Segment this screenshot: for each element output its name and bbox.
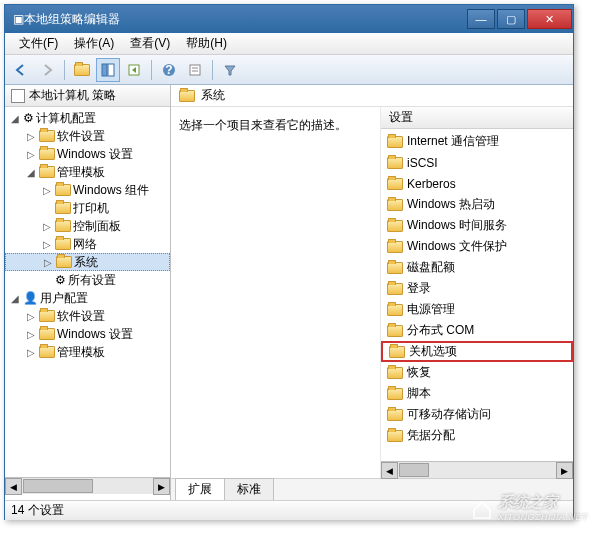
list-pane: 设置 Internet 通信管理 iSCSI Kerberos Windows … <box>381 107 573 478</box>
list-header-setting[interactable]: 设置 <box>381 107 573 129</box>
tree[interactable]: ◢⚙计算机配置 ▷软件设置 ▷Windows 设置 ◢管理模板 ▷Windows… <box>5 107 170 477</box>
maximize-button[interactable]: ▢ <box>497 9 525 29</box>
tab-extended[interactable]: 扩展 <box>175 478 225 500</box>
folder-icon <box>39 310 55 322</box>
menu-file[interactable]: 文件(F) <box>11 33 66 54</box>
toolbar-separator <box>151 60 152 80</box>
expand-icon[interactable]: ▷ <box>41 185 53 196</box>
mmc-icon: ▣ <box>13 12 24 26</box>
scroll-thumb[interactable] <box>23 479 93 493</box>
description-pane: 选择一个项目来查看它的描述。 <box>171 107 381 478</box>
expand-icon[interactable]: ▷ <box>42 257 54 268</box>
user-icon: 👤 <box>23 291 38 305</box>
collapse-icon[interactable]: ◢ <box>25 167 37 178</box>
forward-button[interactable] <box>35 58 59 82</box>
tree-node-u-software[interactable]: ▷软件设置 <box>5 307 170 325</box>
folder-icon <box>39 166 55 178</box>
folder-icon <box>387 304 403 316</box>
list-item[interactable]: 凭据分配 <box>381 425 573 446</box>
toolbar-separator <box>212 60 213 80</box>
gear-icon: ⚙ <box>23 111 34 125</box>
titlebar: ▣ 本地组策略编辑器 — ▢ ✕ <box>5 5 573 33</box>
close-button[interactable]: ✕ <box>527 9 572 29</box>
expand-icon[interactable]: ▷ <box>25 311 37 322</box>
tree-node-network[interactable]: ▷网络 <box>5 235 170 253</box>
folder-icon <box>387 241 403 253</box>
window-title: 本地组策略编辑器 <box>24 11 466 28</box>
list-item[interactable]: Internet 通信管理 <box>381 131 573 152</box>
tree-node-control-panel[interactable]: ▷控制面板 <box>5 217 170 235</box>
list-item[interactable]: 登录 <box>381 278 573 299</box>
list-item[interactable]: 恢复 <box>381 362 573 383</box>
folder-icon <box>389 346 405 358</box>
list-item[interactable]: 电源管理 <box>381 299 573 320</box>
tree-header: 本地计算机 策略 <box>5 85 170 107</box>
expand-icon[interactable]: ▷ <box>25 329 37 340</box>
tree-node-user-config[interactable]: ◢👤用户配置 <box>5 289 170 307</box>
list-item[interactable]: Kerberos <box>381 173 573 194</box>
collapse-icon[interactable]: ◢ <box>9 113 21 124</box>
list-item[interactable]: 脚本 <box>381 383 573 404</box>
menu-view[interactable]: 查看(V) <box>122 33 178 54</box>
tree-node-windows-components[interactable]: ▷Windows 组件 <box>5 181 170 199</box>
scroll-thumb[interactable] <box>399 463 429 477</box>
expand-icon[interactable]: ▷ <box>41 221 53 232</box>
tree-node-computer-config[interactable]: ◢⚙计算机配置 <box>5 109 170 127</box>
export-button[interactable] <box>122 58 146 82</box>
collapse-icon[interactable]: ◢ <box>9 293 21 304</box>
list-item[interactable]: 分布式 COM <box>381 320 573 341</box>
scroll-right-icon[interactable]: ▶ <box>153 478 170 495</box>
folder-icon <box>55 202 71 214</box>
list-item[interactable]: 磁盘配额 <box>381 257 573 278</box>
folder-icon <box>39 346 55 358</box>
list-item[interactable]: Windows 热启动 <box>381 194 573 215</box>
tree-hscroll[interactable]: ◀ ▶ <box>5 477 170 494</box>
svg-text:?: ? <box>165 63 172 77</box>
tree-node-u-windows[interactable]: ▷Windows 设置 <box>5 325 170 343</box>
tab-standard[interactable]: 标准 <box>224 478 274 500</box>
folder-icon <box>55 184 71 196</box>
minimize-button[interactable]: — <box>467 9 495 29</box>
folder-icon <box>179 90 195 102</box>
expand-icon[interactable]: ▷ <box>25 149 37 160</box>
tree-node-windows-settings[interactable]: ▷Windows 设置 <box>5 145 170 163</box>
folder-icon <box>39 130 55 142</box>
statusbar: 14 个设置 <box>5 500 573 520</box>
tree-node-admin-templates[interactable]: ◢管理模板 <box>5 163 170 181</box>
menu-help[interactable]: 帮助(H) <box>178 33 235 54</box>
menu-action[interactable]: 操作(A) <box>66 33 122 54</box>
expand-icon[interactable]: ▷ <box>25 131 37 142</box>
content: 选择一个项目来查看它的描述。 设置 Internet 通信管理 iSCSI Ke… <box>171 107 573 478</box>
show-tree-button[interactable] <box>96 58 120 82</box>
folder-icon <box>387 178 403 190</box>
status-count: 14 个设置 <box>11 502 64 519</box>
scroll-left-icon[interactable]: ◀ <box>5 478 22 495</box>
back-button[interactable] <box>9 58 33 82</box>
scroll-right-icon[interactable]: ▶ <box>556 462 573 479</box>
filter-button[interactable] <box>218 58 242 82</box>
properties-button[interactable] <box>183 58 207 82</box>
tree-node-software[interactable]: ▷软件设置 <box>5 127 170 145</box>
list-item-highlighted[interactable]: 关机选项 <box>381 341 573 362</box>
expand-icon[interactable]: ▷ <box>41 239 53 250</box>
list-item[interactable]: iSCSI <box>381 152 573 173</box>
tree-node-u-admin[interactable]: ▷管理模板 <box>5 343 170 361</box>
folder-icon <box>387 430 403 442</box>
up-button[interactable] <box>70 58 94 82</box>
list-item[interactable]: 可移动存储访问 <box>381 404 573 425</box>
tree-node-printers[interactable]: 打印机 <box>5 199 170 217</box>
scroll-left-icon[interactable]: ◀ <box>381 462 398 479</box>
list-item[interactable]: Windows 文件保护 <box>381 236 573 257</box>
list-item[interactable]: Windows 时间服务 <box>381 215 573 236</box>
policy-icon <box>11 89 25 103</box>
folder-icon <box>387 157 403 169</box>
tree-node-system[interactable]: ▷系统 <box>5 253 170 271</box>
tree-node-all-settings[interactable]: ⚙所有设置 <box>5 271 170 289</box>
location-label: 系统 <box>201 87 225 104</box>
list-hscroll[interactable]: ◀ ▶ <box>381 461 573 478</box>
folder-icon <box>74 64 90 76</box>
help-button[interactable]: ? <box>157 58 181 82</box>
location-bar: 系统 <box>171 85 573 107</box>
expand-icon[interactable]: ▷ <box>25 347 37 358</box>
settings-list[interactable]: Internet 通信管理 iSCSI Kerberos Windows 热启动… <box>381 129 573 461</box>
